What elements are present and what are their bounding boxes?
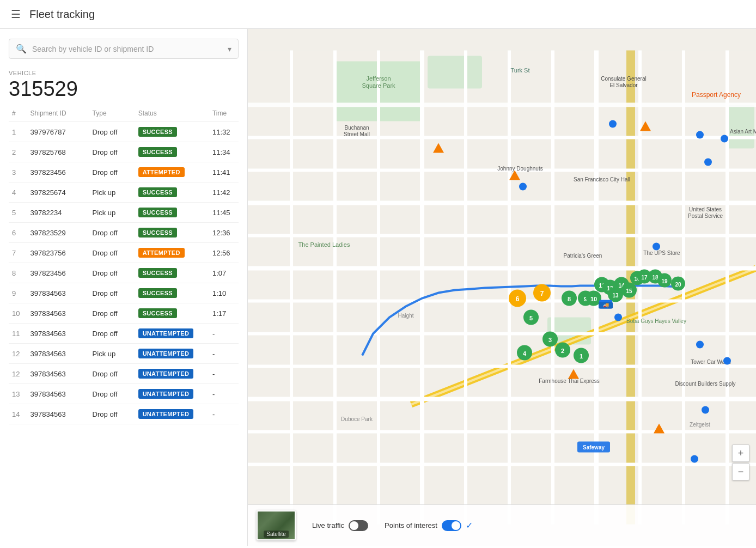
poi-check-icon: ✓ bbox=[466, 520, 473, 531]
row-num: 5 bbox=[9, 203, 27, 223]
row-time: - bbox=[209, 344, 239, 364]
svg-text:Street Mall: Street Mall bbox=[344, 131, 370, 137]
svg-point-102 bbox=[653, 243, 660, 251]
row-time: 11:42 bbox=[209, 182, 239, 203]
row-type: Drop off bbox=[89, 384, 135, 404]
svg-text:17: 17 bbox=[641, 275, 648, 281]
svg-point-107 bbox=[723, 357, 731, 365]
table-row[interactable]: 10 397834563 Drop off SUCCESS 1:17 bbox=[9, 303, 239, 324]
row-type: Drop off bbox=[89, 283, 135, 303]
zoom-controls: + − bbox=[732, 445, 749, 480]
row-num: 3 bbox=[9, 162, 27, 182]
svg-point-106 bbox=[691, 455, 698, 463]
row-type: Drop off bbox=[89, 364, 135, 384]
table-row[interactable]: 2 397825768 Drop off SUCCESS 11:34 bbox=[9, 142, 239, 162]
svg-text:8: 8 bbox=[568, 296, 571, 302]
row-shipment-id: 397823456 bbox=[27, 162, 89, 182]
table-row[interactable]: 1 397976787 Drop off SUCCESS 11:32 bbox=[9, 122, 239, 142]
row-shipment-id: 397834563 bbox=[27, 364, 89, 384]
svg-text:1: 1 bbox=[580, 353, 583, 360]
status-badge: SUCCESS bbox=[138, 208, 177, 217]
table-row[interactable]: 9 397834563 Drop off SUCCESS 1:10 bbox=[9, 283, 239, 303]
vehicle-label: VEHICLE bbox=[9, 70, 239, 76]
table-row[interactable]: 6 397823529 Drop off SUCCESS 12:36 bbox=[9, 223, 239, 243]
svg-text:Duboce Park: Duboce Park bbox=[341, 416, 373, 422]
col-header-type: Type bbox=[89, 105, 135, 122]
status-badge: SUCCESS bbox=[138, 288, 177, 298]
svg-text:Johnny Doughnuts: Johnny Doughnuts bbox=[497, 166, 542, 172]
svg-point-100 bbox=[519, 183, 527, 191]
svg-text:San Francisco City Hall: San Francisco City Hall bbox=[574, 176, 630, 182]
table-row[interactable]: 3 397823456 Drop off ATTEMPTED 11:41 bbox=[9, 162, 239, 182]
row-type: Pick up bbox=[89, 344, 135, 364]
row-num: 7 bbox=[9, 243, 27, 263]
map-area[interactable]: 1 2 3 4 5 6 7 bbox=[248, 29, 756, 546]
satellite-thumbnail[interactable]: Satellite bbox=[257, 510, 296, 540]
svg-text:2: 2 bbox=[561, 348, 564, 354]
search-icon: 🔍 bbox=[16, 44, 27, 54]
svg-text:3: 3 bbox=[548, 337, 552, 343]
shipment-table-area: # Shipment ID Type Status Time 1 3979767… bbox=[0, 105, 247, 546]
svg-point-104 bbox=[696, 341, 704, 349]
svg-text:🚚: 🚚 bbox=[603, 302, 609, 308]
table-row[interactable]: 5 39782234 Pick up SUCCESS 11:45 bbox=[9, 203, 239, 223]
poi-toggle[interactable] bbox=[442, 520, 461, 531]
row-status: SUCCESS bbox=[135, 263, 209, 283]
row-type: Drop off bbox=[89, 243, 135, 263]
map-bottom-controls: Satellite Live traffic Points of interes… bbox=[248, 504, 756, 546]
table-row[interactable]: 13 397834563 Drop off UNATTEMPTED - bbox=[9, 384, 239, 404]
svg-text:Discount Builders Supply: Discount Builders Supply bbox=[675, 381, 735, 387]
svg-point-105 bbox=[702, 406, 709, 414]
table-row[interactable]: 12 397834563 Pick up UNATTEMPTED - bbox=[9, 344, 239, 364]
table-row[interactable]: 12 397834563 Drop off UNATTEMPTED - bbox=[9, 364, 239, 384]
map-container: 1 2 3 4 5 6 7 bbox=[248, 29, 756, 546]
row-type: Drop off bbox=[89, 303, 135, 324]
table-row[interactable]: 8 397823456 Drop off SUCCESS 1:07 bbox=[9, 263, 239, 283]
row-num: 6 bbox=[9, 223, 27, 243]
row-num: 1 bbox=[9, 122, 27, 142]
status-badge: SUCCESS bbox=[138, 127, 177, 137]
search-dropdown-arrow-icon[interactable]: ▾ bbox=[228, 45, 231, 53]
menu-icon[interactable]: ☰ bbox=[11, 8, 21, 21]
row-time: - bbox=[209, 384, 239, 404]
status-badge: UNATTEMPTED bbox=[138, 409, 194, 419]
table-row[interactable]: 7 397823756 Drop off ATTEMPTED 12:56 bbox=[9, 243, 239, 263]
row-status: UNATTEMPTED bbox=[135, 364, 209, 384]
row-num: 14 bbox=[9, 404, 27, 424]
search-input[interactable]: Search by vehicle ID or shipment ID bbox=[32, 45, 228, 53]
row-num: 9 bbox=[9, 283, 27, 303]
zoom-out-button[interactable]: − bbox=[732, 463, 749, 480]
table-row[interactable]: 4 397825674 Pick up SUCCESS 11:42 bbox=[9, 182, 239, 203]
row-num: 12 bbox=[9, 344, 27, 364]
live-traffic-toggle[interactable] bbox=[349, 520, 368, 531]
svg-text:Passport Agency: Passport Agency bbox=[692, 91, 741, 99]
row-time: 1:17 bbox=[209, 303, 239, 324]
table-row[interactable]: 14 397834563 Drop off UNATTEMPTED - bbox=[9, 404, 239, 424]
satellite-label: Satellite bbox=[264, 531, 289, 538]
row-status: SUCCESS bbox=[135, 203, 209, 223]
row-time: 1:10 bbox=[209, 283, 239, 303]
status-badge: UNATTEMPTED bbox=[138, 328, 194, 338]
row-status: SUCCESS bbox=[135, 182, 209, 203]
vehicle-id: 315529 bbox=[9, 77, 239, 101]
svg-point-101 bbox=[696, 131, 704, 139]
row-type: Drop off bbox=[89, 263, 135, 283]
status-badge: UNATTEMPTED bbox=[138, 389, 194, 399]
row-time: 1:07 bbox=[209, 263, 239, 283]
search-box[interactable]: 🔍 Search by vehicle ID or shipment ID ▾ bbox=[9, 39, 239, 59]
svg-text:10: 10 bbox=[590, 296, 597, 302]
zoom-in-button[interactable]: + bbox=[732, 445, 749, 462]
svg-text:4: 4 bbox=[523, 350, 527, 357]
svg-text:Asian Art Museum: Asian Art Museum bbox=[730, 129, 756, 135]
row-time: 11:34 bbox=[209, 142, 239, 162]
svg-text:7: 7 bbox=[540, 290, 544, 297]
row-status: SUCCESS bbox=[135, 223, 209, 243]
app-header: ☰ Fleet tracking bbox=[0, 0, 756, 29]
row-shipment-id: 397834563 bbox=[27, 384, 89, 404]
row-status: SUCCESS bbox=[135, 303, 209, 324]
svg-text:United States: United States bbox=[689, 206, 722, 212]
shipment-table: # Shipment ID Type Status Time 1 3979767… bbox=[9, 105, 239, 424]
svg-text:Consulate General: Consulate General bbox=[601, 76, 646, 82]
row-num: 10 bbox=[9, 303, 27, 324]
table-row[interactable]: 11 397834563 Drop off UNATTEMPTED - bbox=[9, 324, 239, 344]
